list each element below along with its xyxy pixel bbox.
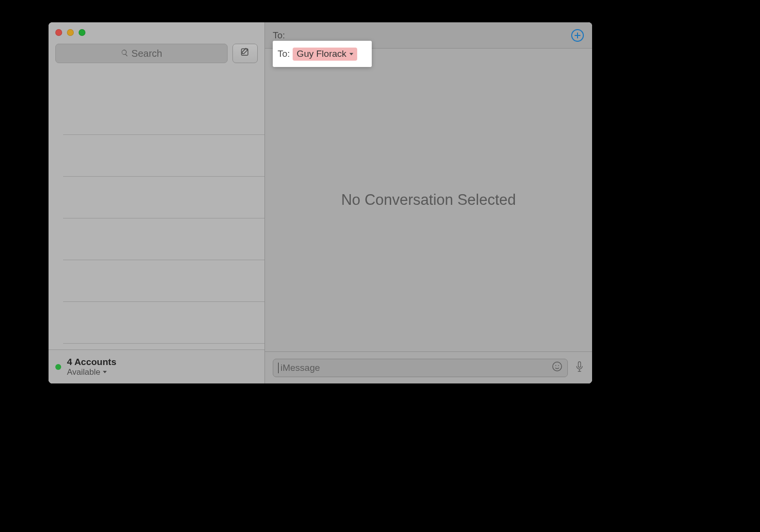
search-icon: [121, 48, 129, 59]
close-window-button[interactable]: [55, 29, 62, 36]
window-traffic-lights: [55, 29, 85, 36]
to-field-highlight: To: Guy Florack: [273, 41, 372, 67]
to-label-highlight: To:: [278, 49, 290, 59]
add-recipient-button[interactable]: [571, 29, 584, 42]
sidebar: Search 4 Accounts: [49, 22, 265, 383]
svg-point-6: [558, 365, 559, 366]
svg-point-5: [555, 365, 556, 366]
availability-label: Available: [67, 367, 100, 377]
minimize-window-button[interactable]: [67, 29, 74, 36]
accounts-title: 4 Accounts: [67, 357, 116, 367]
message-input[interactable]: iMessage: [273, 359, 568, 377]
recipient-chip[interactable]: Guy Florack: [293, 48, 357, 61]
plus-circle-icon: [571, 35, 584, 44]
compose-bar: iMessage: [265, 351, 592, 383]
conversation-list: [49, 70, 264, 349]
text-cursor: [278, 363, 279, 373]
list-item[interactable]: [63, 177, 264, 218]
list-item[interactable]: [63, 260, 264, 302]
list-item[interactable]: [63, 302, 264, 344]
recipient-name: Guy Florack: [297, 49, 346, 59]
availability-dropdown[interactable]: Available: [67, 367, 116, 377]
chevron-down-icon: [103, 371, 107, 373]
sidebar-toolbar: Search: [55, 44, 258, 63]
list-item[interactable]: [63, 70, 264, 135]
message-placeholder: iMessage: [281, 363, 320, 373]
messages-window: Search 4 Accounts: [49, 22, 592, 383]
svg-rect-7: [578, 362, 581, 367]
search-placeholder: Search: [132, 48, 162, 59]
to-label: To:: [273, 30, 285, 41]
status-indicator-icon: [55, 364, 61, 370]
sidebar-footer: 4 Accounts Available: [49, 349, 264, 383]
accounts-status[interactable]: 4 Accounts Available: [67, 357, 116, 377]
conversation-body: No Conversation Selected: [265, 49, 592, 351]
emoji-picker-button[interactable]: [552, 361, 562, 374]
chevron-down-icon: [349, 53, 353, 55]
list-item[interactable]: [63, 135, 264, 177]
search-input[interactable]: Search: [55, 44, 228, 63]
list-item[interactable]: [63, 218, 264, 260]
main-pane: To: No Conversation Selected iMessage: [265, 22, 592, 383]
empty-state-text: No Conversation Selected: [341, 191, 516, 209]
microphone-icon: [575, 366, 584, 375]
to-field[interactable]: To:: [273, 30, 285, 41]
compose-button[interactable]: [232, 44, 258, 63]
dictation-button[interactable]: [575, 361, 584, 375]
smiley-icon: [552, 364, 562, 374]
zoom-window-button[interactable]: [79, 29, 85, 36]
compose-icon: [240, 48, 250, 59]
svg-point-4: [553, 362, 562, 371]
